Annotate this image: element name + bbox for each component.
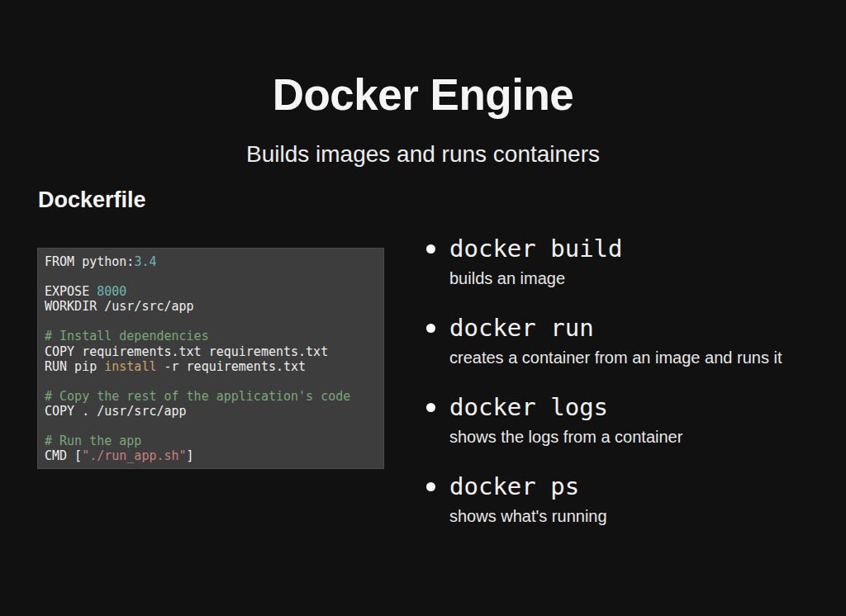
bullet-icon <box>426 482 435 491</box>
code-line: # Install dependencies <box>45 329 378 344</box>
code-token-plain: -r requirements.txt <box>156 359 306 374</box>
command-description: shows the logs from a container <box>449 427 834 448</box>
code-line: # Run the app <box>45 434 378 448</box>
code-token-plain: ] <box>187 448 194 463</box>
code-line: COPY . /usr/src/app <box>45 404 378 419</box>
code-token-comment: # Run the app <box>45 434 141 448</box>
code-token-plain: EXPOSE <box>45 284 97 299</box>
code-line: FROM python:3.4 <box>45 254 378 269</box>
command-text: docker ps <box>449 471 834 502</box>
command-item: docker runcreates a container from an im… <box>421 312 834 368</box>
code-line <box>45 374 378 389</box>
code-line: CMD ["./run_app.sh"] <box>45 448 378 463</box>
slide-title: Docker Engine <box>0 69 846 120</box>
code-line: # Copy the rest of the application's cod… <box>45 389 378 404</box>
code-token-comment: # Install dependencies <box>45 329 209 344</box>
code-token-string: "./run_app.sh" <box>82 448 186 463</box>
code-token-plain: COPY . /usr/src/app <box>45 404 187 419</box>
code-line: WORKDIR /usr/src/app <box>45 299 378 314</box>
code-line <box>45 419 378 434</box>
bullet-icon <box>426 403 435 412</box>
command-description: creates a container from an image and ru… <box>449 348 834 368</box>
dockerfile-code: FROM python:3.4 EXPOSE 8000WORKDIR /usr/… <box>37 248 384 469</box>
bullet-icon <box>426 244 435 254</box>
command-list: docker buildbuilds an imagedocker runcre… <box>421 233 834 550</box>
code-token-number: 3.4 <box>134 254 156 269</box>
slide: Docker Engine Builds images and runs con… <box>0 0 846 616</box>
code-token-plain: CMD [ <box>45 448 82 463</box>
code-token-plain: COPY requirements.txt requirements.txt <box>45 344 328 359</box>
slide-subtitle: Builds images and runs containers <box>0 141 846 168</box>
code-token-comment: # Copy the rest of the application's cod… <box>45 389 350 404</box>
code-line: COPY requirements.txt requirements.txt <box>45 344 378 359</box>
command-description: shows what's running <box>449 506 834 527</box>
code-line: RUN pip install -r requirements.txt <box>45 359 378 374</box>
code-line <box>45 269 378 284</box>
command-text: docker run <box>449 312 834 344</box>
bullet-icon <box>426 324 435 333</box>
code-token-plain: WORKDIR /usr/src/app <box>45 299 194 314</box>
command-item: docker buildbuilds an image <box>421 233 834 289</box>
code-line: EXPOSE 8000 <box>45 284 378 299</box>
code-token-plain: FROM python: <box>45 254 134 269</box>
code-token-number: 8000 <box>97 284 126 299</box>
code-token-plain: RUN pip <box>45 359 104 374</box>
code-line <box>45 314 378 329</box>
command-text: docker logs <box>449 391 834 423</box>
command-item: docker logsshows the logs from a contain… <box>421 391 834 448</box>
command-item: docker psshows what's running <box>421 471 834 527</box>
code-token-builtin: install <box>104 359 156 374</box>
command-description: builds an image <box>449 268 834 289</box>
command-text: docker build <box>449 233 834 264</box>
dockerfile-heading: Dockerfile <box>38 187 146 213</box>
